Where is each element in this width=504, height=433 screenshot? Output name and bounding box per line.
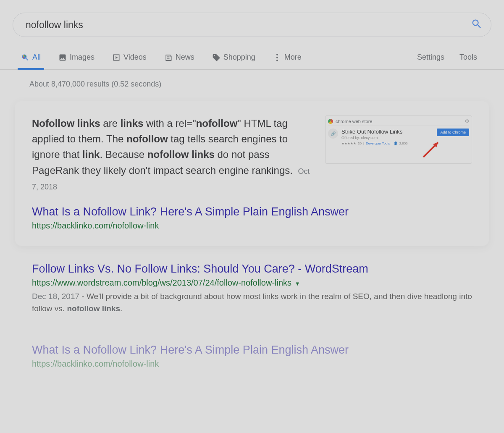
tab-more-label: More: [284, 53, 302, 62]
tab-shopping[interactable]: Shopping: [212, 53, 255, 69]
tab-news-label: News: [176, 53, 194, 62]
featured-result-title[interactable]: What Is a Nofollow Link? Here's A Simple…: [32, 205, 472, 218]
search-bar[interactable]: [13, 13, 491, 37]
tab-more[interactable]: More: [273, 53, 302, 69]
featured-result-url[interactable]: https://backlinko.com/nofollow-link: [32, 221, 472, 231]
tools-link[interactable]: Tools: [459, 53, 477, 69]
result-2-url[interactable]: https://www.wordstream.com/blog/ws/2013/…: [32, 278, 472, 288]
tab-all-label: All: [32, 53, 41, 62]
settings-link[interactable]: Settings: [417, 53, 444, 69]
thumb-store-label: chrome web store: [336, 119, 372, 124]
stars-icon: ★★★★★: [341, 142, 356, 145]
image-icon: [58, 53, 67, 62]
tab-news[interactable]: News: [164, 53, 194, 69]
snippet-text: Nofollow links are links with a rel="nof…: [32, 115, 312, 194]
tab-videos[interactable]: Videos: [112, 53, 147, 69]
link-icon: 🔗: [328, 129, 338, 139]
result-2: Follow Links Vs. No Follow Links: Should…: [13, 246, 491, 315]
search-icon-color: [21, 53, 29, 62]
add-to-chrome-button: Add to Chrome: [437, 129, 469, 136]
video-icon: [112, 53, 121, 62]
result-3: What Is a Nofollow Link? Here's A Simple…: [13, 315, 491, 369]
result-2-title[interactable]: Follow Links Vs. No Follow Links: Should…: [32, 262, 472, 276]
tab-images[interactable]: Images: [58, 53, 94, 69]
more-icon: [273, 53, 281, 62]
result-2-desc: Dec 18, 2017 - We'll provide a bit of ba…: [32, 290, 472, 315]
result-stats: About 8,470,000 results (0.52 seconds): [13, 70, 491, 101]
chrome-icon: [328, 119, 333, 124]
gear-icon: ⚙: [465, 118, 469, 124]
tab-all[interactable]: All: [21, 53, 41, 69]
tab-images-label: Images: [70, 53, 94, 62]
red-arrow-annotation: [421, 138, 442, 159]
tabs-row: All Images Videos News Shopping: [0, 45, 504, 70]
shopping-icon: [212, 53, 220, 62]
featured-thumbnail[interactable]: chrome web store ⚙ 🔗 Strike Out Nofollow…: [325, 115, 472, 164]
featured-snippet: Nofollow links are links with a rel="nof…: [15, 101, 489, 246]
thumb-offered: Offered by: clexy.com: [341, 136, 433, 140]
news-icon: [164, 53, 173, 62]
tab-videos-label: Videos: [123, 53, 147, 62]
thumb-ext-title: Strike Out Nofollow Links: [341, 129, 433, 135]
result-3-url[interactable]: https://backlinko.com/nofollow-link: [32, 359, 472, 369]
result-3-title[interactable]: What Is a Nofollow Link? Here's A Simple…: [32, 344, 472, 357]
search-input[interactable]: [26, 19, 471, 31]
search-icon[interactable]: [471, 18, 483, 31]
tab-shopping-label: Shopping: [223, 53, 255, 62]
dropdown-icon[interactable]: ▼: [293, 281, 300, 287]
thumb-meta: ★★★★★ 30 | Developer Tools | 👤 2,856: [341, 142, 433, 145]
